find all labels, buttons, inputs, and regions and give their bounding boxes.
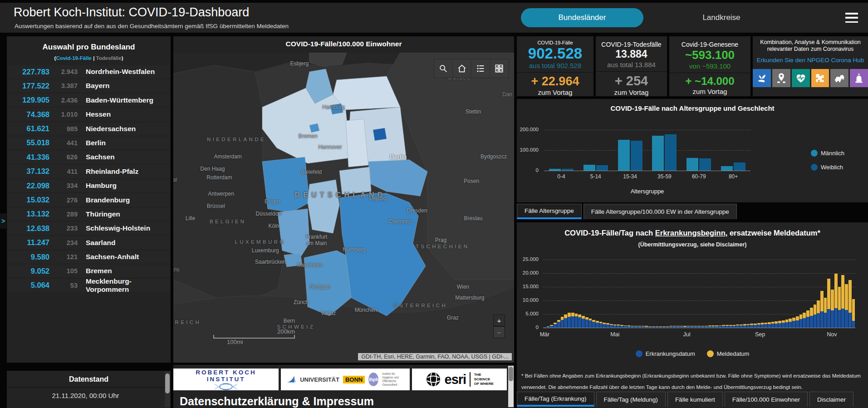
daily-bar[interactable] [543,327,546,328]
daily-bar[interactable] [768,322,771,328]
bundesland-row[interactable]: 15.032276Brandenburg [8,194,170,206]
daily-bar[interactable] [585,317,588,328]
bundesland-row[interactable]: 41.336626Sachsen [8,151,170,163]
daily-bar[interactable] [824,298,827,328]
daily-bar[interactable] [631,326,634,328]
scrollbar[interactable] [165,372,170,407]
daily-bar[interactable] [628,325,631,328]
daily-bar[interactable] [810,308,813,328]
bundesland-row[interactable]: 55.018441Berlin [8,137,170,149]
age-bar-group[interactable] [647,130,682,171]
bundesland-row[interactable]: 61.621985Niedersachsen [8,123,170,135]
daily-bar[interactable] [775,321,778,328]
daily-bar[interactable] [834,274,838,328]
heart-pulse-icon[interactable] [792,69,810,87]
tab-age-0[interactable]: Fälle Altersgruppe [517,204,582,219]
esri-logo[interactable]: esri THESCIENCEOF WHERE [412,369,507,390]
daily-bar[interactable] [564,315,567,328]
zoom-out-button[interactable]: − [493,326,505,338]
daily-bar[interactable] [613,324,617,328]
tab-daily-1[interactable]: Fälle/Tag (Meldung) [596,392,666,407]
daily-bar[interactable] [571,313,574,328]
cars-icon[interactable] [830,69,848,87]
daily-bar[interactable] [680,326,683,328]
daily-bar[interactable] [792,318,795,328]
daily-bar[interactable] [694,326,697,328]
daily-bar[interactable] [599,322,603,328]
daily-bar[interactable] [747,324,750,328]
daily-bar[interactable] [719,325,722,328]
daily-bar[interactable] [634,326,638,328]
daily-bar[interactable] [852,299,855,328]
legend-item[interactable]: Männlich [811,150,844,157]
daily-bar[interactable] [740,324,743,328]
daily-bar[interactable] [771,322,775,328]
daily-bar[interactable] [547,326,550,328]
home-icon[interactable] [452,59,471,78]
daily-bar[interactable] [592,320,595,328]
scrollbar[interactable] [508,366,514,407]
daily-bar[interactable] [648,326,652,328]
daily-bar[interactable] [841,275,844,328]
daily-bar[interactable] [596,321,599,328]
bundesland-row[interactable]: 227.7832.943Nordrhein-Westfalen [8,65,170,78]
rki-logo[interactable]: ROBERT KOCH INSTITUT [173,369,279,390]
map-pin-icon[interactable] [772,69,790,87]
bundesland-row[interactable]: 13.132289Thüringen [8,208,170,221]
daily-bar[interactable] [669,326,672,328]
nav-landkreise-button[interactable]: Landkreise [667,8,776,27]
daily-bar[interactable] [814,305,817,328]
daily-bar[interactable] [575,314,578,328]
daily-bar[interactable] [754,324,757,328]
daily-bar[interactable] [729,325,732,328]
bundesland-row[interactable]: 12.638233Schleswig-Holstein [8,222,170,235]
daily-bar[interactable] [683,326,687,328]
hand-plant-icon[interactable] [753,69,771,87]
daily-bar[interactable] [617,324,620,328]
daily-bar[interactable] [659,326,662,328]
daily-bar[interactable] [697,326,701,328]
daily-bar[interactable] [803,313,806,328]
scrollbar-thumb[interactable] [509,367,513,381]
legend-deaths[interactable]: Todesfälle [96,55,122,61]
daily-bar[interactable] [799,315,803,328]
daily-bar[interactable] [736,324,739,328]
daily-bar[interactable] [582,316,585,328]
bundesland-row[interactable]: 5.06453Mecklenburg-Vorpommern [8,279,170,292]
daily-bar[interactable] [743,324,746,328]
bundesland-row[interactable]: 177.5223.387Bayern [8,79,170,92]
daily-bar[interactable] [677,326,680,328]
daily-bar[interactable] [831,290,834,328]
tab-daily-3[interactable]: Fälle/100.000 Einwohner [725,392,808,407]
daily-bar[interactable] [701,326,704,328]
daily-bar[interactable] [603,323,606,328]
district-map-icon[interactable] [811,69,829,87]
sidebar-expand-chevron-icon[interactable]: > [0,213,6,229]
daily-bar[interactable] [750,324,753,328]
daily-bar[interactable] [656,326,659,328]
daily-bar[interactable] [838,287,841,328]
daily-bar[interactable] [708,325,711,328]
bundesland-row[interactable]: 9.052105Bremen [8,265,170,277]
uni-bonn-logo[interactable]: UNIVERSITÄT BONN ihph Institut für Hygie… [281,369,410,390]
tab-daily-2[interactable]: Fälle kumuliert [667,392,723,407]
daily-bar[interactable] [642,326,645,328]
daily-bar[interactable] [789,319,792,328]
age-bar-group[interactable] [716,130,750,171]
daily-bar[interactable] [691,326,694,328]
daily-bar[interactable] [845,284,848,328]
daily-bar[interactable] [711,325,715,328]
daily-bar[interactable] [806,310,809,328]
daily-bar[interactable] [662,326,666,328]
daily-bar[interactable] [589,319,592,328]
daily-bar[interactable] [820,291,824,328]
daily-bar[interactable] [606,323,609,328]
basemap-icon[interactable] [490,59,508,78]
daily-bar[interactable] [666,326,669,328]
legend-item[interactable]: Weiblich [811,164,844,171]
daily-bar[interactable] [761,323,764,328]
daily-bar[interactable] [652,326,655,328]
daily-bar[interactable] [817,300,820,328]
daily-bar[interactable] [785,320,789,328]
menu-icon[interactable] [845,13,858,23]
